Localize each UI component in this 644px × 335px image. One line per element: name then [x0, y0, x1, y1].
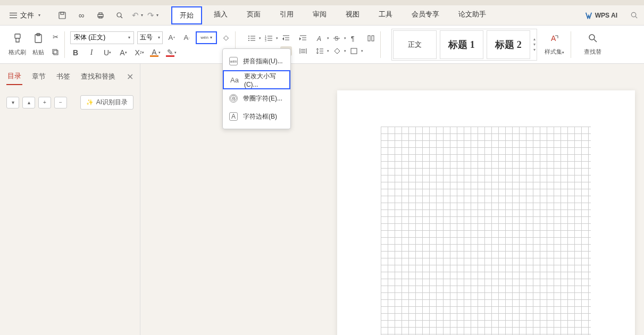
font-controls: 宋体 (正文) ▾ 五号 ▾ A+ A- wén ▾ ◇ B I U▾ A▾ X…	[70, 31, 232, 58]
italic-button[interactable]: I	[86, 47, 97, 58]
wps-ai-icon	[585, 12, 592, 19]
svg-rect-37	[372, 36, 374, 41]
tab-reference[interactable]: 引用	[272, 6, 301, 24]
remove-button[interactable]: −	[54, 97, 67, 108]
outdent-button[interactable]	[280, 34, 292, 43]
chevron-down-icon: ▾	[158, 35, 160, 40]
dd-pinyin-guide[interactable]: wén 拼音指南(U)...	[223, 52, 290, 70]
style-heading2[interactable]: 标题 2	[487, 30, 530, 59]
close-icon[interactable]: ✕	[127, 72, 133, 82]
brush-icon	[12, 32, 23, 47]
clear-format-button[interactable]: ◇	[220, 32, 232, 44]
add-button[interactable]: +	[38, 97, 51, 108]
copy-button[interactable]	[49, 46, 61, 58]
font-size-select[interactable]: 五号 ▾	[137, 31, 163, 44]
shrink-font-button[interactable]: A-	[181, 32, 193, 44]
tab-insert[interactable]: 插入	[206, 6, 235, 24]
distribute-button[interactable]	[297, 46, 309, 56]
preview-icon[interactable]	[115, 11, 124, 20]
stab-toc[interactable]: 目录	[6, 68, 22, 85]
paragraph-mark-button[interactable]: ¶	[348, 34, 360, 43]
expand-down-button[interactable]: ▾	[6, 97, 19, 108]
main-tabs: 开始 插入 页面 引用 审阅 视图 工具 会员专享 论文助手	[171, 6, 494, 24]
hamburger-icon	[10, 13, 17, 18]
tab-review[interactable]: 审阅	[305, 6, 334, 24]
stab-findreplace[interactable]: 查找和替换	[80, 69, 116, 85]
wps-ai-button[interactable]: WPS AI	[585, 12, 617, 19]
columns-button[interactable]	[365, 34, 377, 43]
underline-button[interactable]: U▾	[102, 47, 113, 58]
changecase-icon: Aa	[230, 76, 239, 84]
workspace: 目录 章节 书签 查找和替换 ✕ ▾ ▴ + − ✨ AI识别目录	[0, 64, 644, 335]
highlight-button[interactable]: ✎▾	[166, 47, 177, 58]
redo-button[interactable]: ↷▾	[147, 11, 158, 20]
right-tools: WPS AI	[585, 11, 639, 20]
chevron-down-icon: ▾	[210, 35, 212, 40]
dd-char-border[interactable]: A 字符边框(B)	[223, 107, 290, 125]
cut-button[interactable]: ✂	[49, 31, 61, 43]
document-tabs-bar	[0, 0, 644, 5]
print-icon[interactable]	[96, 11, 105, 20]
save-icon[interactable]	[57, 11, 67, 20]
side-panel-tabs: 目录 章节 书签 查找和替换 ✕	[0, 64, 140, 90]
font-color-button[interactable]: A▾	[150, 47, 161, 58]
collapse-up-button[interactable]: ▴	[22, 97, 35, 108]
pinyin-dropdown-menu: wén 拼音指南(U)... Aa 更改大小写(C)... ⓐ 带圈字符(E).…	[222, 48, 291, 129]
search-icon[interactable]	[629, 11, 639, 20]
strikethrough-button[interactable]: A▾	[118, 47, 129, 58]
dd-enclose-char[interactable]: ⓐ 带圈字符(E)...	[223, 89, 290, 107]
clipboard-icon	[32, 32, 44, 47]
text-effects-button[interactable]: A▾	[314, 34, 326, 43]
ai-toc-button[interactable]: ✨ AI识别目录	[80, 95, 133, 110]
svg-text:A: A	[551, 34, 556, 43]
superscript-button[interactable]: X2▾	[134, 47, 145, 58]
svg-text:A: A	[316, 35, 321, 42]
enclose-icon: ⓐ	[229, 94, 238, 103]
strikethrough2-button[interactable]: S▾	[331, 34, 343, 43]
bullet-list-button[interactable]: ▾	[246, 34, 258, 43]
link-icon[interactable]: ∞	[77, 11, 86, 20]
svg-point-7	[631, 12, 635, 16]
undo-button[interactable]: ↶▾	[132, 11, 143, 20]
style-scroll[interactable]: ▴▾▾	[533, 37, 536, 52]
undo-redo-group: ↶▾ ↷▾	[132, 11, 158, 20]
find-replace-button[interactable]: 查找替	[584, 33, 601, 56]
svg-text:3: 3	[265, 39, 266, 42]
document-area[interactable]	[140, 64, 644, 335]
tab-tools[interactable]: 工具	[371, 6, 400, 24]
paste-button[interactable]: 粘贴	[29, 32, 47, 56]
border-button[interactable]: ▾	[348, 46, 360, 56]
page[interactable]	[337, 90, 635, 335]
shading-button[interactable]: ▾	[331, 46, 343, 56]
line-spacing-button[interactable]: ▾	[314, 46, 326, 56]
menu-bar: 文件 ▾ ∞ ↶▾ ↷▾ 开始 插入 页面 引用 审阅 视图 工具 会员专享 论…	[0, 5, 644, 26]
separator	[571, 31, 571, 58]
tab-home[interactable]: 开始	[171, 6, 202, 24]
svg-point-16	[248, 38, 249, 39]
writing-grid	[381, 127, 591, 335]
dd-change-case[interactable]: Aa 更改大小写(C)...	[223, 70, 290, 89]
grow-font-button[interactable]: A+	[166, 32, 178, 44]
styles-pane-button[interactable]: A 样式集▾	[541, 33, 567, 56]
side-tools: ▾ ▴ + − ✨ AI识别目录	[0, 90, 140, 115]
ai-icon: ✨	[86, 99, 94, 106]
style-body[interactable]: 正文	[393, 30, 437, 59]
tab-view[interactable]: 视图	[338, 6, 367, 24]
tab-thesis[interactable]: 论文助手	[451, 6, 494, 24]
font-name-select[interactable]: 宋体 (正文) ▾	[70, 31, 134, 44]
file-menu[interactable]: 文件 ▾	[5, 9, 45, 22]
style-heading1[interactable]: 标题 1	[440, 30, 483, 59]
bold-button[interactable]: B	[70, 47, 81, 58]
styles-icon: A	[549, 33, 560, 46]
stab-chapter[interactable]: 章节	[31, 69, 47, 85]
svg-line-6	[121, 16, 122, 18]
indent-button[interactable]	[297, 34, 309, 43]
stab-bookmark[interactable]: 书签	[55, 69, 71, 85]
tab-member[interactable]: 会员专享	[404, 6, 447, 24]
number-list-button[interactable]: 123▾	[263, 34, 275, 43]
chevron-down-icon: ▾	[128, 35, 130, 40]
pinyin-dropdown-button[interactable]: wén ▾	[196, 31, 217, 44]
format-brush-button[interactable]: 格式刷	[5, 32, 29, 56]
tab-page[interactable]: 页面	[239, 6, 268, 24]
svg-point-18	[248, 40, 249, 41]
